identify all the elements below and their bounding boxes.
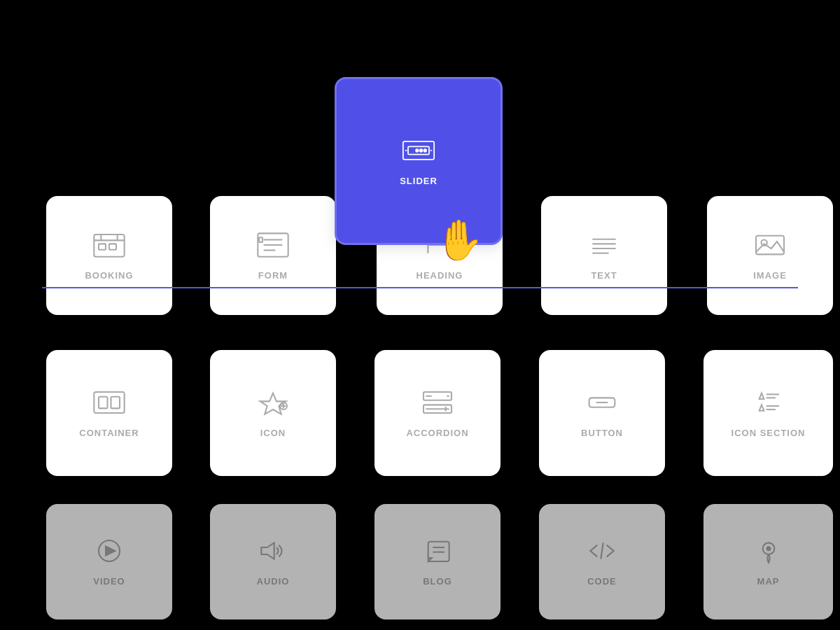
svg-rect-5 (109, 244, 116, 249)
container-icon (92, 388, 127, 419)
svg-rect-4 (99, 244, 106, 249)
accordion-icon (420, 388, 455, 419)
widget-video[interactable]: VIDEO (46, 504, 172, 620)
audio-icon (255, 537, 290, 568)
widget-image[interactable]: IMAGE (707, 196, 833, 315)
accordion-label: ACCORDION (406, 428, 468, 438)
svg-marker-48 (261, 542, 274, 559)
widget-accordion[interactable]: ACCORDION (374, 350, 500, 476)
map-label: MAP (757, 576, 780, 587)
text-label: TEXT (591, 270, 617, 281)
widget-map[interactable]: MAP (704, 504, 833, 620)
svg-marker-47 (106, 546, 115, 555)
svg-point-53 (766, 547, 770, 550)
svg-rect-10 (259, 237, 262, 242)
svg-point-14 (420, 149, 423, 152)
form-label: FORM (258, 270, 288, 281)
button-label: BUTTON (581, 428, 623, 438)
widget-grid: BOOKING FORM SLI (0, 0, 840, 630)
code-icon (584, 537, 620, 568)
widget-slider[interactable]: SLIDER (335, 77, 503, 245)
audio-label: AUDIO (257, 576, 290, 587)
widget-audio[interactable]: AUDIO (210, 504, 336, 620)
svg-rect-27 (111, 396, 120, 408)
svg-rect-26 (99, 396, 108, 408)
form-icon (255, 231, 290, 262)
widget-icon-section[interactable]: ICON SECTION (704, 350, 833, 476)
svg-line-51 (601, 542, 603, 559)
widget-icon[interactable]: ICON (210, 350, 336, 476)
widget-code[interactable]: CODE (539, 504, 665, 620)
heading-label: HEADING (416, 270, 463, 281)
icon-section-label: ICON SECTION (732, 428, 806, 438)
svg-marker-43 (759, 405, 764, 410)
button-icon (584, 388, 620, 419)
text-icon (587, 231, 622, 262)
video-label: VIDEO (93, 576, 125, 587)
map-icon (751, 537, 786, 568)
icon-widget-icon (255, 388, 290, 419)
image-label: IMAGE (753, 270, 787, 281)
slider-label: SLIDER (400, 176, 438, 186)
widget-text[interactable]: TEXT (541, 196, 667, 315)
svg-marker-40 (759, 393, 764, 398)
icon-label: ICON (260, 428, 286, 438)
icon-section-icon (751, 388, 786, 419)
video-icon (92, 537, 127, 568)
widget-form[interactable]: FORM (210, 196, 336, 315)
widget-button[interactable]: BUTTON (539, 350, 665, 476)
widget-container[interactable]: CONTAINER (46, 350, 172, 476)
widget-booking[interactable]: BOOKING (46, 196, 172, 315)
svg-point-15 (424, 149, 427, 152)
blog-label: BLOG (423, 576, 452, 587)
blog-icon (420, 537, 455, 568)
image-icon (752, 231, 788, 262)
booking-label: BOOKING (85, 270, 133, 281)
svg-point-13 (416, 149, 419, 152)
slider-icon (401, 136, 436, 167)
widget-blog[interactable]: BLOG (374, 504, 500, 620)
drop-indicator-line (42, 287, 798, 288)
code-label: CODE (587, 576, 617, 587)
container-label: CONTAINER (79, 428, 139, 438)
booking-icon (92, 231, 127, 262)
